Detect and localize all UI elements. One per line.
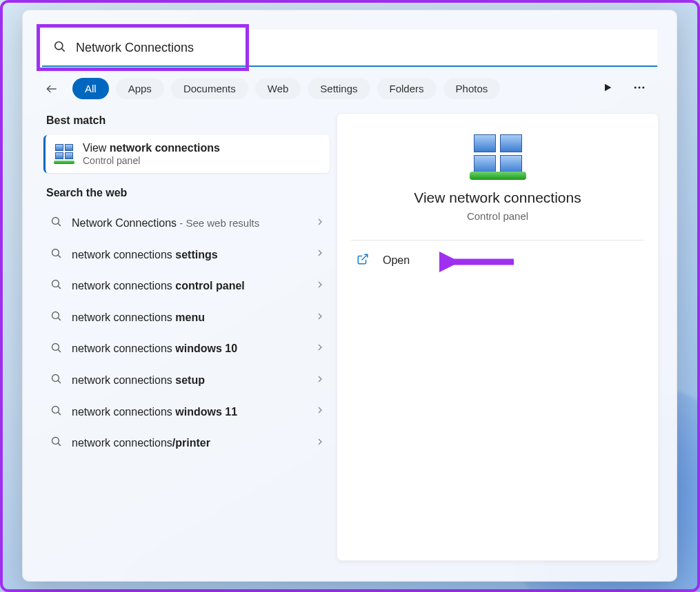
open-external-icon (357, 253, 369, 268)
search-icon (50, 436, 62, 450)
svg-line-12 (58, 287, 61, 289)
suggestion-label: network connections settings (72, 247, 314, 263)
search-icon (50, 310, 62, 325)
chevron-right-icon (314, 279, 326, 293)
svg-line-1 (62, 48, 65, 51)
svg-point-11 (52, 280, 59, 287)
svg-point-4 (634, 86, 637, 88)
best-match-heading: Best match (46, 114, 330, 127)
filter-chip-documents[interactable]: Documents (171, 78, 248, 99)
search-icon (53, 40, 66, 56)
web-suggestion[interactable]: network connections windows 11 (43, 396, 330, 428)
chevron-right-icon (314, 374, 326, 387)
chevron-right-icon (314, 342, 326, 356)
search-input[interactable] (76, 41, 650, 55)
scope-play-icon[interactable] (602, 82, 613, 96)
search-bar[interactable] (42, 30, 657, 67)
suggestion-label: network connections menu (72, 310, 314, 325)
filter-chip-folders[interactable]: Folders (377, 78, 437, 99)
suggestion-label: network connections/printer (72, 436, 314, 451)
search-icon (50, 278, 62, 293)
chevron-right-icon (314, 216, 326, 230)
chevron-right-icon (314, 311, 326, 325)
svg-point-17 (52, 375, 59, 382)
filter-row: All Apps Documents Web Settings Folders … (23, 67, 677, 106)
chevron-right-icon (314, 247, 326, 261)
suggestion-label: network connections windows 10 (72, 341, 314, 356)
svg-marker-3 (605, 83, 611, 91)
svg-point-5 (639, 86, 641, 88)
preview-subtitle: Control panel (467, 210, 528, 222)
svg-line-16 (58, 349, 61, 352)
svg-line-8 (58, 223, 61, 226)
search-icon (50, 373, 62, 387)
filter-chip-settings[interactable]: Settings (308, 78, 370, 99)
search-panel: All Apps Documents Web Settings Folders … (22, 10, 677, 582)
search-icon (50, 342, 62, 356)
chevron-right-icon (314, 405, 326, 418)
web-suggestion[interactable]: Network Connections - See web results (43, 207, 330, 239)
svg-line-14 (58, 318, 61, 320)
web-suggestion[interactable]: network connections setup (43, 365, 330, 396)
svg-point-19 (52, 406, 59, 413)
search-icon (50, 247, 62, 262)
more-options-icon[interactable] (632, 81, 646, 97)
svg-point-21 (52, 438, 59, 445)
svg-line-23 (362, 254, 368, 260)
web-suggestion[interactable]: network connections/printer (43, 427, 330, 459)
results-column: Best match View network connections Cont… (23, 106, 330, 581)
svg-point-6 (642, 86, 644, 88)
suggestion-label: network connections control panel (72, 278, 314, 294)
svg-point-15 (52, 343, 59, 350)
search-icon (50, 405, 62, 419)
preview-pane: View network connections Control panel O… (337, 113, 659, 561)
search-web-heading: Search the web (46, 187, 330, 199)
chevron-right-icon (314, 436, 326, 450)
search-icon (50, 216, 62, 230)
svg-line-20 (58, 412, 61, 415)
open-action[interactable]: Open (351, 246, 644, 275)
filter-chip-all[interactable]: All (72, 78, 109, 99)
web-suggestion[interactable]: network connections windows 10 (43, 333, 330, 365)
annotation-arrow (439, 250, 515, 274)
network-connections-icon (54, 144, 74, 165)
svg-line-22 (58, 444, 61, 447)
filter-chip-apps[interactable]: Apps (116, 78, 164, 99)
svg-point-9 (52, 249, 59, 256)
divider (351, 240, 644, 241)
svg-point-7 (52, 218, 59, 225)
web-suggestion[interactable]: network connections menu (43, 302, 330, 334)
web-suggestion[interactable]: network connections control panel (43, 270, 330, 302)
filter-chip-photos[interactable]: Photos (443, 78, 501, 99)
best-match-title: View network connections (83, 142, 220, 154)
preview-app-icon (472, 134, 523, 180)
suggestion-label: Network Connections - See web results (72, 216, 314, 231)
best-match-result[interactable]: View network connections Control panel (43, 135, 330, 173)
svg-point-13 (52, 312, 59, 319)
suggestion-label: network connections windows 11 (72, 405, 314, 420)
filter-chip-web[interactable]: Web (255, 78, 301, 99)
svg-line-18 (58, 380, 61, 383)
back-button[interactable] (42, 79, 61, 99)
web-suggestion[interactable]: network connections settings (43, 239, 330, 271)
suggestion-label: network connections setup (72, 373, 314, 388)
best-match-subtitle: Control panel (83, 155, 220, 166)
svg-line-10 (58, 255, 61, 258)
open-label: Open (383, 254, 410, 267)
svg-point-0 (55, 41, 63, 49)
preview-title: View network connections (414, 190, 581, 206)
